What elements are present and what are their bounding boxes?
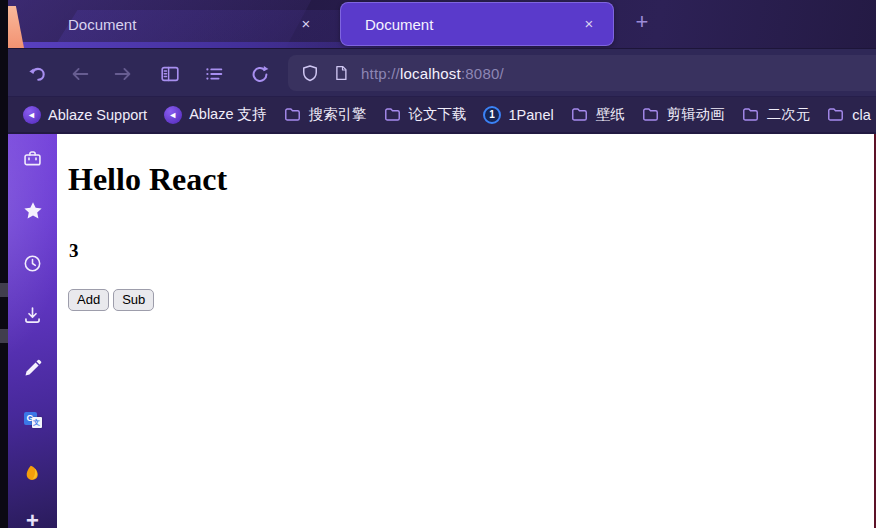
page-info-icon[interactable] xyxy=(330,62,352,84)
notes-pencil-icon[interactable] xyxy=(22,357,44,379)
browser-window: Document × Document × + xyxy=(0,0,876,528)
url-port-path: :8080/ xyxy=(461,65,504,82)
1panel-logo-icon: 1 xyxy=(483,105,502,124)
bookmark-label: 二次元 xyxy=(767,105,811,124)
bookmark-label: Ablaze Support xyxy=(48,107,147,123)
bookmark-label: 搜索引擎 xyxy=(309,105,367,124)
bookmark-label: Ablaze 支持 xyxy=(189,105,266,124)
bookmark-ablaze-zhichi[interactable]: ◄ Ablaze 支持 xyxy=(155,102,274,128)
bookmark-folder-paper-download[interactable]: 论文下载 xyxy=(375,102,475,128)
folder-icon xyxy=(283,105,302,124)
add-button[interactable]: Add xyxy=(68,289,109,312)
vertical-sidebar: G 文 + xyxy=(8,134,57,528)
reader-list-icon[interactable] xyxy=(202,62,226,86)
navigation-toolbar: http://localhost:8080/ xyxy=(0,48,876,97)
tab-document-1[interactable]: Document × xyxy=(16,2,330,46)
folder-icon xyxy=(741,105,760,124)
bookmark-label: 壁纸 xyxy=(596,105,625,124)
sub-button[interactable]: Sub xyxy=(113,289,154,312)
bookmark-folder-cla-truncated[interactable]: cla xyxy=(818,102,876,128)
sidebar-add-icon[interactable]: + xyxy=(22,510,44,528)
bookmark-label: 论文下载 xyxy=(409,105,467,124)
folder-icon xyxy=(826,105,845,124)
browser-body: G 文 + Hello React 3 Add Sub xyxy=(8,134,876,528)
undo-arrow-icon[interactable] xyxy=(25,62,49,86)
flame-app-icon[interactable] xyxy=(22,462,44,484)
tab-document-2-active[interactable]: Document × xyxy=(340,2,614,46)
bookmark-label: cla xyxy=(852,107,871,123)
url-bar[interactable]: http://localhost:8080/ xyxy=(288,55,876,91)
bookmark-1panel[interactable]: 1 1Panel xyxy=(475,102,562,128)
bookmark-folder-search-engines[interactable]: 搜索引擎 xyxy=(275,102,375,128)
counter-buttons: Add Sub xyxy=(68,289,876,312)
downloads-icon[interactable] xyxy=(22,304,44,326)
forward-icon[interactable] xyxy=(111,62,135,86)
back-icon[interactable] xyxy=(68,62,92,86)
tab-title: Document xyxy=(68,16,136,33)
bookmark-folder-anime[interactable]: 二次元 xyxy=(733,102,819,128)
folder-icon xyxy=(570,105,589,124)
floorp-logo-icon: ◄ xyxy=(22,105,41,124)
bookmark-label: 1Panel xyxy=(509,107,554,123)
desktop-icon-fragment xyxy=(0,283,8,297)
history-clock-icon[interactable] xyxy=(22,252,44,274)
bookmark-folder-video-editing[interactable]: 剪辑动画 xyxy=(633,102,733,128)
page-heading: Hello React xyxy=(68,161,876,198)
bookmarks-star-icon[interactable] xyxy=(22,200,44,222)
bookmark-ablaze-support[interactable]: ◄ Ablaze Support xyxy=(14,102,155,128)
toolbox-icon[interactable] xyxy=(22,147,44,169)
bookmark-folder-wallpapers[interactable]: 壁纸 xyxy=(562,102,633,128)
desktop-icon-fragment xyxy=(0,329,8,343)
tab-close-icon[interactable]: × xyxy=(296,14,316,34)
shield-icon[interactable] xyxy=(299,62,321,84)
tab-close-icon[interactable]: × xyxy=(579,14,599,34)
url-scheme: http:// xyxy=(361,65,400,82)
bookmark-label: 剪辑动画 xyxy=(667,105,725,124)
desktop-edge-strip xyxy=(0,0,8,528)
folder-icon xyxy=(383,105,402,124)
tab-title: Document xyxy=(365,16,433,33)
url-host: localhost xyxy=(400,65,461,82)
counter-value: 3 xyxy=(69,240,876,262)
url-text[interactable]: http://localhost:8080/ xyxy=(361,65,504,82)
new-tab-button[interactable]: + xyxy=(629,10,655,36)
translate-icon[interactable]: G 文 xyxy=(22,409,44,431)
tab-bar: Document × Document × + xyxy=(0,0,876,48)
bookmarks-toolbar: ◄ Ablaze Support ◄ Ablaze 支持 搜索引擎 xyxy=(0,97,876,134)
sidebar-panel-icon[interactable] xyxy=(158,62,182,86)
floorp-logo-icon: ◄ xyxy=(163,105,182,124)
page-content: Hello React 3 Add Sub xyxy=(57,134,876,528)
folder-icon xyxy=(641,105,660,124)
reload-icon[interactable] xyxy=(248,62,272,86)
